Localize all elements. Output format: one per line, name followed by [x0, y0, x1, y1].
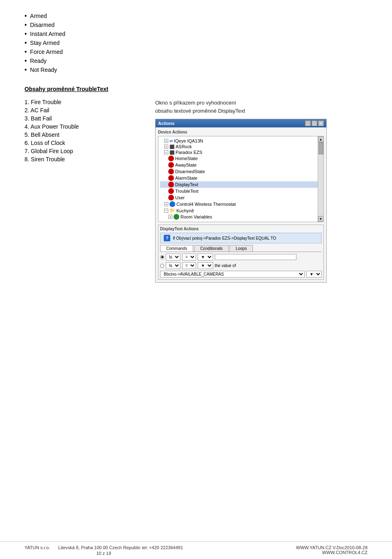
- footer-left-col: YATUN s.r.o. Litevská 8, Praha 100 00 Cz…: [24, 545, 183, 556]
- list-item-not-ready: Not Ready: [24, 66, 368, 73]
- device-tree-panel[interactable]: + ⇄ IQeye IQA13N + ⬛ ASRock −: [158, 136, 324, 222]
- value-of-label: the value of: [215, 263, 236, 268]
- value-input-1[interactable]: [215, 254, 296, 260]
- arrow-dropdown-1[interactable]: ▼: [198, 254, 213, 261]
- maximize-button[interactable]: □: [312, 120, 317, 126]
- tree-item-roomvars[interactable]: + Room Variables: [160, 214, 322, 220]
- trouble-item-4: 4. Aux Power Trouble: [24, 123, 139, 130]
- equals-dropdown-1[interactable]: =: [182, 254, 196, 261]
- condition-row-2: Is = ▼ the value of: [160, 262, 322, 269]
- footer-website1: WWW.YATUN.CZ V.Doc2010-08-28: [296, 545, 368, 550]
- numbered-list-column: 1. Fire Trouble 2. AC Fail 3. Batt Fail …: [24, 99, 139, 283]
- tree-item-awaystate[interactable]: AwayState: [160, 162, 322, 168]
- variable-arrow[interactable]: ▼: [306, 271, 322, 278]
- red-icon-troubletext: [168, 188, 174, 194]
- minimize-button[interactable]: _: [305, 120, 311, 126]
- expand-plus-icon[interactable]: +: [164, 139, 168, 143]
- actions-window: Actions _ □ × Device Actions + ⇄: [155, 119, 327, 283]
- is-dropdown-2[interactable]: Is: [166, 262, 180, 269]
- variable-row: Bbcino->AVAILABLE_CAMERAS ▼: [160, 271, 322, 278]
- tab-conditionals[interactable]: Conditionals: [194, 245, 229, 252]
- footer-address: Litevská 8, Praha 100 00 Czech Republic …: [58, 545, 183, 550]
- blue-icon-thermostat: [169, 201, 175, 207]
- trouble-item-8: 8. Siren Trouble: [24, 156, 139, 163]
- window-titlebar: Actions _ □ ×: [156, 119, 326, 127]
- question-icon: ?: [164, 235, 170, 241]
- footer-contact: YATUN s.r.o. Litevská 8, Praha 100 00 Cz…: [24, 545, 183, 550]
- red-icon-user: [168, 195, 174, 200]
- scroll-track: [318, 142, 323, 216]
- red-icon-awaystate: [168, 162, 174, 168]
- expand-plus-thermostat[interactable]: +: [164, 202, 168, 206]
- window-caption: Okno s příkazem pro vyhodnocení obsahu t…: [155, 99, 368, 115]
- scroll-up-btn[interactable]: ▲: [318, 136, 324, 142]
- right-column: Okno s příkazem pro vyhodnocení obsahu t…: [155, 99, 368, 283]
- is-dropdown-1[interactable]: Is: [166, 254, 180, 261]
- list-item-ready: Ready: [24, 57, 368, 65]
- device-actions-label: Device Actions: [158, 130, 324, 134]
- network-icon: ⇄: [169, 139, 173, 143]
- tree-scrollbar[interactable]: ▲ ▼: [318, 136, 323, 222]
- tree-item-paradox[interactable]: − ⬛ Paradox EZS: [160, 149, 322, 155]
- trouble-item-2: 2. AC Fail: [24, 107, 139, 114]
- device-icon: ⬛: [169, 145, 174, 149]
- tree-item-homestate[interactable]: HomeState: [160, 155, 322, 162]
- section-heading-trouble: Obsahy proměnné TroubleText: [24, 86, 368, 92]
- red-icon-alarmstate: [168, 175, 174, 181]
- footer-right-col: WWW.YATUN.CZ V.Doc2010-08-28 WWW.CONTROL…: [296, 545, 368, 555]
- list-item-force-armed: Force Armed: [24, 48, 368, 56]
- red-icon-displaytext: [168, 182, 174, 187]
- footer-page-num: 10 z 19: [24, 551, 183, 556]
- trouble-list: 1. Fire Trouble 2. AC Fail 3. Batt Fail …: [24, 99, 139, 163]
- tree-item-disarmedstate[interactable]: DisarmedState: [160, 168, 322, 175]
- tree-item-iqeye[interactable]: + ⇄ IQeye IQA13N: [160, 138, 322, 144]
- window-title: Actions: [158, 121, 174, 126]
- tab-loops[interactable]: Loops: [229, 245, 253, 252]
- tree-item-user[interactable]: User: [160, 194, 322, 201]
- two-column-section: 1. Fire Trouble 2. AC Fail 3. Batt Fail …: [24, 99, 368, 283]
- tree-item-kuchyne[interactable]: − 📁 Kuchyně: [160, 207, 322, 214]
- bullet-list: Armed Disarmed Instant Armed Stay Armed …: [24, 12, 368, 73]
- trouble-item-7: 7. Global Fire Loop: [24, 148, 139, 154]
- page-content: Armed Disarmed Instant Armed Stay Armed …: [0, 0, 392, 539]
- folder-icon-kuchyne: 📁: [169, 208, 175, 213]
- condition-bar: ? If Obývací pokoj->Paradox EZS->Display…: [160, 233, 322, 243]
- expand-plus-roomvars[interactable]: +: [168, 215, 172, 219]
- list-item-stay-armed: Stay Armed: [24, 39, 368, 47]
- trouble-item-1: 1. Fire Trouble: [24, 99, 139, 105]
- page-footer: YATUN s.r.o. Litevská 8, Praha 100 00 Cz…: [0, 541, 392, 559]
- tree-item-thermostat[interactable]: + Control4 Wireless Thermostat: [160, 201, 322, 207]
- tree-item-displaytext[interactable]: DisplayText: [160, 181, 322, 188]
- tree-item-asrock[interactable]: + ⬛ ASRock: [160, 144, 322, 149]
- tab-bar: Commands Conditionals Loops: [160, 245, 322, 252]
- condition-text: If Obývací pokoj->Paradox EZS->DisplayTe…: [173, 236, 276, 241]
- radio-is-1[interactable]: [160, 255, 164, 259]
- bottom-panel: DisplayText Actions ? If Obývací pokoj->…: [158, 225, 324, 280]
- scroll-down-btn[interactable]: ▼: [318, 216, 324, 222]
- variable-select[interactable]: Bbcino->AVAILABLE_CAMERAS: [160, 271, 305, 278]
- window-buttons: _ □ ×: [305, 120, 324, 126]
- close-button[interactable]: ×: [318, 120, 324, 126]
- device-icon-paradox: ⬛: [169, 150, 174, 155]
- expand-plus-icon[interactable]: +: [164, 145, 168, 149]
- expand-minus-kuchyne[interactable]: −: [164, 209, 168, 213]
- list-item-disarmed: Disarmed: [24, 21, 368, 29]
- window-body: Device Actions + ⇄ IQeye IQA13N + ⬛: [156, 127, 326, 282]
- list-item-armed: Armed: [24, 12, 368, 20]
- tree-item-alarmstate[interactable]: AlarmState: [160, 175, 322, 181]
- green-icon-roomvars: [174, 214, 179, 220]
- scroll-thumb[interactable]: [318, 142, 323, 154]
- list-item-instant-armed: Instant Armed: [24, 30, 368, 38]
- display-actions-label: DisplayText Actions: [160, 227, 322, 231]
- trouble-item-5: 5. Bell Absent: [24, 131, 139, 138]
- arrow-dropdown-2[interactable]: ▼: [198, 262, 213, 269]
- trouble-item-6: 6. Loss of Clock: [24, 140, 139, 146]
- tab-commands[interactable]: Commands: [160, 245, 193, 252]
- equals-dropdown-2[interactable]: =: [182, 262, 196, 269]
- trouble-item-3: 3. Batt Fail: [24, 115, 139, 122]
- expand-minus-icon[interactable]: −: [164, 150, 168, 154]
- red-icon-homestate: [168, 156, 174, 161]
- tree-item-troubletext[interactable]: TroubleText: [160, 188, 322, 194]
- condition-row-1: Is = ▼: [160, 254, 322, 261]
- radio-is-2[interactable]: [160, 264, 164, 268]
